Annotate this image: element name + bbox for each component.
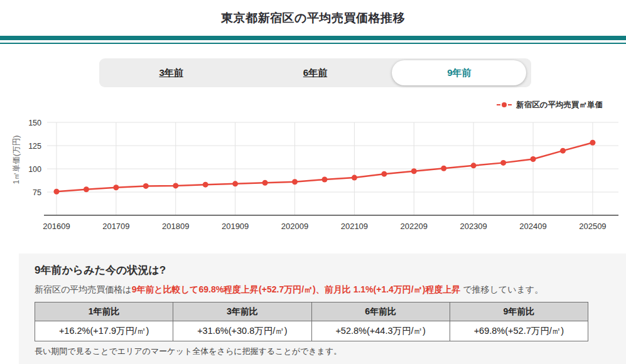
svg-text:202309: 202309 xyxy=(460,222,487,231)
svg-text:201609: 201609 xyxy=(43,222,70,231)
svg-text:125: 125 xyxy=(28,142,41,151)
svg-text:202009: 202009 xyxy=(281,222,308,231)
tab-6years[interactable]: 6年前 xyxy=(243,58,387,87)
comparison-table-value-row: +16.2%(+17.9万円/㎡) +31.6%(+30.8万円/㎡) +52.… xyxy=(35,321,588,341)
table-value-1year: +16.2%(+17.9万円/㎡) xyxy=(35,321,173,341)
tab-9years-label: 9年前 xyxy=(447,67,471,79)
tab-3years-label[interactable]: 3年前 xyxy=(159,67,183,79)
footnote: 長い期間で見ることでエリアのマーケット全体をさらに把握することができます。 xyxy=(35,346,607,357)
price-trend-line-chart[interactable]: 7510012515020160920170920180920190920200… xyxy=(0,117,626,237)
tab-9years-active-pill[interactable]: 9年前 xyxy=(392,60,526,85)
page-title: 東京都新宿区の平均売買価格推移 xyxy=(221,10,405,26)
summary-tail: で推移しています。 xyxy=(460,284,543,294)
page-header: 東京都新宿区の平均売買価格推移 xyxy=(0,0,626,36)
table-header-1year: 1年前比 xyxy=(35,302,173,321)
summary-panel: 9年前からみた今の状況は? 新宿区の平均売買価格は9年前と比較して69.8%程度… xyxy=(19,254,626,364)
legend-line-dot-icon xyxy=(497,102,512,107)
svg-text:150: 150 xyxy=(28,119,41,127)
tab-6years-label[interactable]: 6年前 xyxy=(303,67,327,79)
summary-lead: 新宿区の平均売買価格は xyxy=(35,284,132,294)
summary-text: 新宿区の平均売買価格は9年前と比較して69.8%程度上昇(+52.7万円/㎡)、… xyxy=(35,284,607,296)
table-header-6years: 6年前比 xyxy=(311,302,450,321)
comparison-table-header-row: 1年前比 3年前比 6年前比 9年前比 xyxy=(35,302,588,321)
tab-3years[interactable]: 3年前 xyxy=(99,58,243,87)
summary-highlight: 9年前と比較して69.8%程度上昇(+52.7万円/㎡)、前月比 1.1%(+1… xyxy=(132,284,461,294)
legend-label: 新宿区の平均売買㎡単価 xyxy=(516,100,603,110)
svg-text:201809: 201809 xyxy=(162,222,189,231)
svg-text:75: 75 xyxy=(33,188,41,197)
table-value-9years: +69.8%(+52.7万円/㎡) xyxy=(450,321,588,341)
svg-text:1㎡単価(万円): 1㎡単価(万円) xyxy=(12,136,21,185)
header-accent-bar-thin xyxy=(0,43,626,44)
svg-text:202109: 202109 xyxy=(341,222,368,231)
svg-text:201909: 201909 xyxy=(222,222,249,231)
comparison-table: 1年前比 3年前比 6年前比 9年前比 +16.2%(+17.9万円/㎡) +3… xyxy=(35,302,588,341)
tab-9years[interactable]: 9年前 xyxy=(387,58,531,87)
table-header-3years: 3年前比 xyxy=(173,302,311,321)
table-header-9years: 9年前比 xyxy=(450,302,588,321)
svg-text:100: 100 xyxy=(28,165,41,174)
summary-heading: 9年前からみた今の状況は? xyxy=(35,263,607,277)
table-value-6years: +52.8%(+44.3万円/㎡) xyxy=(311,321,450,341)
svg-text:202209: 202209 xyxy=(401,222,428,231)
period-tab-bar: 3年前 6年前 9年前 xyxy=(99,58,531,87)
chart-legend[interactable]: 新宿区の平均売買㎡単価 xyxy=(0,99,626,111)
svg-text:202509: 202509 xyxy=(579,222,606,231)
table-value-3years: +31.6%(+30.8万円/㎡) xyxy=(173,321,311,341)
svg-text:201709: 201709 xyxy=(102,222,129,231)
svg-text:202409: 202409 xyxy=(519,222,546,231)
header-accent-bar-thick xyxy=(0,36,626,40)
